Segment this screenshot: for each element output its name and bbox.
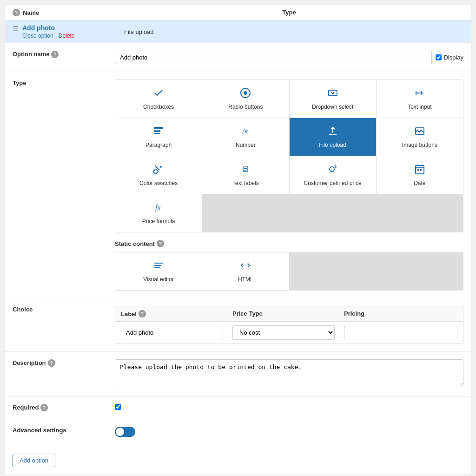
choice-section: Choice Label ? Price Type Pricing — [5, 298, 471, 352]
name-header-label: Name — [23, 9, 39, 16]
type-section-label: Type — [5, 72, 107, 298]
type-grid: Checkboxes Radio buttons — [115, 79, 463, 232]
date-icon — [414, 164, 425, 176]
option-row-left: ☰ Add photo Close option | Delete — [13, 24, 115, 39]
main-container: ? Name Type ☰ Add photo Close option | D… — [5, 5, 471, 475]
svg-point-1 — [244, 91, 247, 95]
type-label-checkboxes: Checkboxes — [143, 104, 174, 110]
type-cell-customer-defined-price[interactable]: $ Customer defined price — [290, 156, 376, 194]
option-title: Add photo — [22, 24, 75, 32]
type-label-number: Number — [236, 142, 256, 148]
choice-section-content: Label ? Price Type Pricing — [107, 298, 471, 351]
type-column-header: Type — [115, 9, 463, 16]
choice-col-pricing-header: Pricing — [344, 310, 457, 317]
type-cell-date[interactable]: Date — [377, 156, 463, 194]
type-cell-color-swatches[interactable]: Color swatches — [115, 156, 202, 194]
close-option-link[interactable]: Close option — [22, 33, 53, 39]
choice-table-header: Label ? Price Type Pricing — [115, 306, 463, 322]
action-separator: | — [55, 33, 57, 39]
option-actions: Close option | Delete — [22, 33, 75, 39]
paragraph-icon — [153, 126, 164, 138]
name-help-icon[interactable]: ? — [13, 9, 20, 16]
description-textarea[interactable]: Please upload the photo to be printed on… — [115, 359, 463, 387]
option-type-display: File upload — [115, 28, 463, 35]
choice-price-type-select[interactable]: No cost Fixed Percentage — [232, 325, 335, 340]
type-cell-file-upload[interactable]: File upload — [290, 118, 376, 156]
option-name-label: Option name ? — [5, 43, 107, 72]
type-cell-image-buttons[interactable]: Image buttons — [377, 118, 463, 156]
type-cell-dropdown-select[interactable]: Dropdown select — [290, 80, 376, 118]
svg-point-13 — [160, 166, 162, 168]
required-help-icon[interactable]: ? — [40, 404, 48, 411]
static-cell-html[interactable]: HTML — [202, 252, 289, 290]
choice-section-label: Choice — [5, 298, 107, 351]
footer: Add option — [5, 446, 471, 475]
drag-handle-icon[interactable]: ☰ — [13, 25, 19, 33]
choice-label-help-icon[interactable]: ? — [139, 310, 146, 317]
svg-rect-6 — [154, 130, 160, 132]
choice-label-input[interactable] — [121, 326, 223, 339]
add-option-button[interactable]: Add option — [13, 454, 55, 467]
type-cell-checkboxes[interactable]: Checkboxes — [115, 80, 202, 118]
static-content-help-icon[interactable]: ? — [157, 240, 164, 247]
description-help-icon[interactable]: ? — [48, 359, 55, 367]
svg-text:fx: fx — [155, 203, 161, 212]
display-checkbox[interactable] — [436, 54, 442, 60]
type-cell-text-labels[interactable]: Text labels — [202, 156, 289, 194]
type-cell-price-formula[interactable]: fx Price formula — [115, 194, 202, 232]
option-name-content: Display — [107, 43, 471, 72]
type-cell-text-input[interactable]: Text input — [377, 80, 463, 118]
svg-text:$: $ — [334, 164, 337, 169]
delete-option-link[interactable]: Delete — [59, 33, 75, 39]
choice-col-label-header: Label ? — [121, 310, 232, 317]
svg-rect-2 — [329, 90, 337, 96]
required-checkbox[interactable] — [115, 404, 121, 410]
svg-rect-5 — [154, 127, 163, 129]
advanced-settings-label: Advanced settings — [5, 419, 107, 446]
advanced-settings-toggle[interactable] — [115, 427, 135, 437]
required-section-label: Required ? — [5, 397, 107, 419]
option-row: ☰ Add photo Close option | Delete File u… — [5, 20, 471, 43]
radio-buttons-icon — [240, 87, 251, 100]
description-section-label: Description ? — [5, 352, 107, 396]
type-label-price-formula: Price formula — [142, 218, 175, 225]
required-section-content — [107, 397, 471, 419]
table-header: ? Name Type — [5, 5, 471, 20]
static-content-grid: Visual editor HTML — [115, 252, 463, 291]
text-input-icon — [414, 87, 425, 100]
dropdown-select-icon — [327, 87, 338, 100]
type-label-text-labels: Text labels — [232, 180, 259, 186]
type-label-dropdown-select: Dropdown select — [312, 104, 353, 110]
html-icon — [240, 260, 251, 272]
option-name-input[interactable] — [115, 51, 432, 64]
checkboxes-icon — [153, 87, 164, 100]
option-name-help-icon[interactable]: ? — [51, 51, 59, 58]
type-label-image-buttons: Image buttons — [402, 142, 437, 148]
choice-pricing-input[interactable] — [344, 326, 457, 339]
advanced-settings-content — [107, 419, 471, 446]
svg-line-9 — [245, 129, 246, 133]
required-checkbox-row — [115, 404, 463, 410]
display-checkbox-label[interactable]: Display — [436, 54, 463, 61]
file-upload-icon — [327, 126, 338, 138]
static-label-html: HTML — [238, 276, 253, 283]
visual-editor-icon — [153, 260, 164, 272]
type-label-file-upload: File upload — [319, 142, 346, 148]
text-labels-icon — [240, 164, 251, 176]
type-cell-number[interactable]: 2 Number — [202, 118, 289, 156]
svg-rect-23 — [420, 169, 422, 171]
description-section: Description ? Please upload the photo to… — [5, 352, 471, 397]
static-cell-visual-editor[interactable]: Visual editor — [115, 252, 202, 290]
image-buttons-icon — [414, 126, 425, 138]
description-section-content: Please upload the photo to be printed on… — [107, 352, 471, 396]
type-cell-radio-buttons[interactable]: Radio buttons — [202, 80, 289, 118]
type-section: Type Checkboxes — [5, 72, 471, 298]
choice-table-row: No cost Fixed Percentage — [115, 322, 463, 344]
required-section: Required ? — [5, 397, 471, 419]
type-label-customer-defined-price: Customer defined price — [304, 180, 362, 186]
choice-col-pricetype-header: Price Type — [232, 310, 344, 317]
choice-table: Label ? Price Type Pricing — [115, 306, 463, 344]
type-cell-paragraph[interactable]: Paragraph — [115, 118, 202, 156]
name-column-header: ? Name — [13, 9, 115, 16]
static-label-visual-editor: Visual editor — [143, 276, 174, 283]
